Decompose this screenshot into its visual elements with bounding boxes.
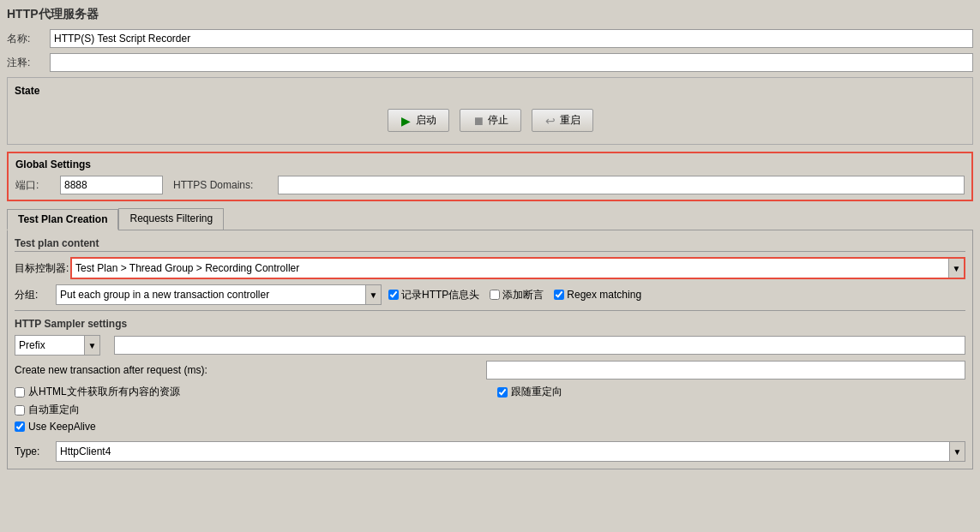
target-label: 目标控制器: [15, 261, 70, 276]
name-label: 名称: [7, 32, 50, 46]
record-http-text: 记录HTTP信息头 [401, 288, 479, 302]
transaction-row: Create new transaction after request (ms… [15, 361, 965, 380]
auto-redirect-label: 自动重定向 [28, 403, 80, 417]
follow-redirect-option-row: 跟随重定向 [497, 385, 966, 399]
divider [15, 310, 965, 311]
checkbox-group: 记录HTTP信息头 添加断言 Regex matching [388, 288, 965, 302]
port-input[interactable] [60, 176, 163, 194]
prefix-select[interactable]: Prefix [15, 336, 84, 355]
comment-input[interactable] [50, 53, 973, 72]
name-row: 名称: [7, 29, 973, 48]
left-options: 从HTML文件获取所有内容的资源 自动重定向 Use KeepAlive [15, 385, 484, 436]
stop-button[interactable]: ⏹ 停止 [460, 109, 521, 132]
follow-redirect-checkbox[interactable] [497, 387, 508, 398]
state-buttons: ▶ 启动 ⏹ 停止 ↩ 重启 [15, 104, 965, 137]
record-http-checkbox[interactable] [388, 290, 399, 300]
target-dropdown-arrow: ▼ [948, 259, 964, 278]
group-select[interactable]: Put each group in a new transaction cont… [57, 285, 365, 304]
options-section: 从HTML文件获取所有内容的资源 自动重定向 Use KeepAlive 跟随重… [15, 385, 965, 436]
tab-test-plan-creation[interactable]: Test Plan Creation [7, 209, 118, 230]
type-select-wrapper: HttpClient4 ▼ [56, 441, 965, 462]
main-panel: HTTP代理服务器 名称: 注释: State ▶ 启动 ⏹ 停止 ↩ 重启 [0, 0, 980, 476]
state-label: State [15, 85, 965, 97]
regex-matching-checkbox[interactable] [554, 290, 564, 300]
play-icon: ▶ [400, 115, 412, 127]
start-label: 启动 [416, 113, 436, 128]
regex-matching-text: Regex matching [567, 289, 641, 301]
https-label: HTTPS Domains: [173, 179, 268, 191]
prefix-input[interactable] [114, 336, 965, 355]
tab-content: Test plan content 目标控制器: Test Plan > Thr… [7, 230, 973, 469]
add-assertion-text: 添加断言 [502, 288, 544, 302]
regex-matching-label: Regex matching [554, 289, 641, 301]
prefix-dropdown-arrow: ▼ [84, 336, 99, 355]
restart-button[interactable]: ↩ 重启 [532, 109, 593, 132]
keepalive-checkbox[interactable] [15, 421, 25, 432]
add-assertion-checkbox[interactable] [490, 290, 500, 300]
target-select-wrapper: Test Plan > Thread Group > Recording Con… [70, 257, 965, 279]
prefix-select-wrapper: Prefix ▼ [15, 335, 100, 356]
keepalive-option-row: Use KeepAlive [15, 421, 484, 433]
target-row: 目标控制器: Test Plan > Thread Group > Record… [15, 257, 965, 279]
state-section: State ▶ 启动 ⏹ 停止 ↩ 重启 [7, 77, 973, 145]
https-input[interactable] [278, 176, 965, 194]
html-resources-label: 从HTML文件获取所有内容的资源 [28, 385, 180, 399]
test-plan-content-title: Test plan content [15, 237, 965, 252]
stop-label: 停止 [488, 113, 508, 128]
start-button[interactable]: ▶ 启动 [388, 109, 449, 132]
group-dropdown-arrow: ▼ [365, 285, 381, 304]
follow-redirect-label: 跟随重定向 [511, 385, 562, 399]
keepalive-label: Use KeepAlive [28, 421, 96, 433]
group-label: 分组: [15, 288, 49, 302]
gs-row: 端口: HTTPS Domains: [15, 176, 965, 194]
global-settings-box: Global Settings 端口: HTTPS Domains: [7, 152, 973, 201]
tabs-container: Test Plan Creation Requests Filtering [7, 208, 973, 230]
global-settings-title: Global Settings [15, 158, 965, 170]
transaction-input[interactable] [486, 361, 966, 380]
name-input[interactable] [50, 29, 973, 48]
transaction-label: Create new transaction after request (ms… [15, 364, 486, 376]
type-dropdown-arrow: ▼ [949, 442, 965, 461]
add-assertion-label: 添加断言 [490, 288, 544, 302]
panel-title: HTTP代理服务器 [7, 7, 973, 22]
record-http-label: 记录HTTP信息头 [388, 288, 479, 302]
type-select[interactable]: HttpClient4 [57, 442, 949, 461]
prefix-row: Prefix ▼ [15, 335, 965, 356]
http-sampler-section: HTTP Sampler settings Prefix ▼ Create ne… [15, 318, 965, 462]
port-label: 端口: [15, 178, 50, 193]
html-resources-checkbox[interactable] [15, 387, 25, 398]
type-label: Type: [15, 445, 49, 457]
restart-icon: ↩ [544, 115, 556, 127]
comment-label: 注释: [7, 56, 50, 70]
stop-icon: ⏹ [472, 115, 484, 127]
group-select-wrapper: Put each group in a new transaction cont… [56, 284, 382, 305]
right-options: 跟随重定向 [497, 385, 966, 436]
restart-label: 重启 [560, 113, 580, 128]
tab-requests-filtering[interactable]: Requests Filtering [118, 208, 224, 230]
html-option-row: 从HTML文件获取所有内容的资源 [15, 385, 484, 399]
redirect-option-row: 自动重定向 [15, 403, 484, 417]
target-select[interactable]: Test Plan > Thread Group > Recording Con… [72, 259, 948, 278]
group-row: 分组: Put each group in a new transaction … [15, 284, 965, 305]
type-row: Type: HttpClient4 ▼ [15, 441, 965, 462]
auto-redirect-checkbox[interactable] [15, 405, 25, 415]
comment-row: 注释: [7, 53, 973, 72]
http-sampler-title: HTTP Sampler settings [15, 318, 965, 330]
